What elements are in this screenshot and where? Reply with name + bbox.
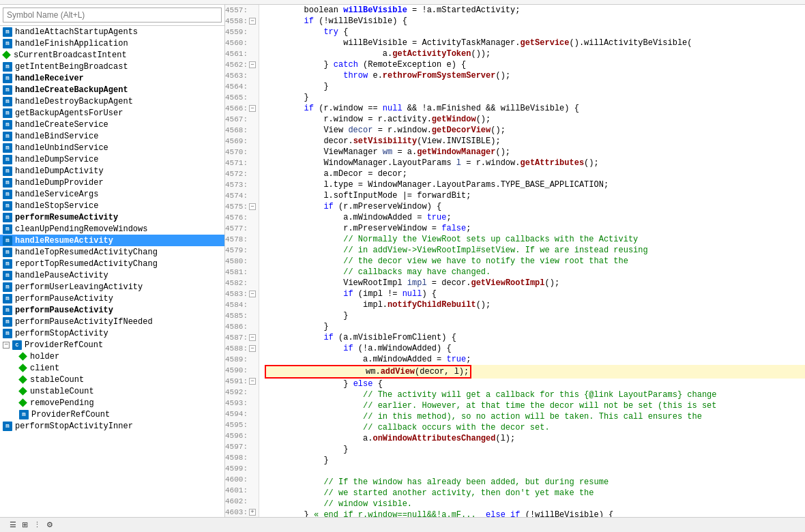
code-token: } <box>265 81 329 92</box>
line-number-cell: 4589: <box>225 354 259 365</box>
fold-collapse-btn[interactable]: − <box>249 291 256 297</box>
symbol-icon: m <box>3 236 12 246</box>
symbol-item[interactable]: mreportTopResumedActivityChang <box>0 258 224 269</box>
code-line: if (!willBeVisible) { <box>265 16 805 27</box>
symbol-item[interactable]: holder <box>0 351 224 362</box>
diamond-icon <box>18 352 27 361</box>
code-token: (impl != <box>353 289 402 299</box>
code-line: // in this method), so no action will be… <box>265 411 805 422</box>
code-line: a.mWindowAdded = true; <box>265 212 805 223</box>
symbol-item[interactable]: mperformStopActivity <box>0 327 224 339</box>
line-number-cell: 4593: <box>225 398 259 409</box>
symbol-item[interactable]: mhandleUnbindService <box>0 142 224 153</box>
symbol-label: getIntentBeingBroadcast <box>15 62 128 72</box>
expand-icon[interactable]: − <box>3 342 10 349</box>
code-token: // in this method), so no action will be… <box>265 411 702 422</box>
symbol-item[interactable]: stableCount <box>0 374 224 385</box>
diamond-icon <box>18 387 27 396</box>
symbol-item[interactable]: mhandleResumeActivity <box>0 235 224 246</box>
symbol-label: handleDumpProvider <box>15 178 104 188</box>
fold-expand-btn[interactable]: + <box>249 509 256 516</box>
line-number-cell: 4572: <box>225 168 259 179</box>
symbol-item[interactable]: −CProviderRefCount <box>0 339 224 351</box>
code-token: ViewRootImpl <box>265 278 407 289</box>
symbol-item[interactable]: mcleanUpPendingRemoveWindows <box>0 223 224 235</box>
symbol-item[interactable]: mperformResumeActivity <box>0 211 224 223</box>
fold-collapse-btn[interactable]: − <box>249 334 256 341</box>
symbol-item[interactable]: mhandleDumpService <box>0 153 224 165</box>
settings-icon[interactable]: ⚙ <box>46 520 53 529</box>
code-token <box>265 201 323 212</box>
symbol-item[interactable]: mhandleFinishApplication <box>0 38 224 49</box>
symbol-item[interactable]: mhandleCreateService <box>0 119 224 130</box>
line-number-cell: 4585: <box>225 310 259 321</box>
fold-collapse-btn[interactable]: − <box>249 345 256 352</box>
symbol-icon: m <box>3 271 12 280</box>
code-line: } <box>265 92 805 103</box>
code-token: ; <box>466 354 471 365</box>
symbol-item[interactable]: mhandleAttachStartupAgents <box>0 26 224 38</box>
line-number: 4592: <box>225 387 248 398</box>
code-content[interactable]: boolean willBeVisible = !a.mStartedActiv… <box>259 5 805 517</box>
symbol-item[interactable]: mProviderRefCount <box>0 409 224 420</box>
symbol-item[interactable]: mhandleDumpProvider <box>0 177 224 188</box>
hierarchy-icon[interactable]: ⋮ <box>33 520 41 529</box>
line-number-cell: 4564: <box>225 81 259 92</box>
symbol-icon: m <box>3 213 12 222</box>
code-line: a.mDecor = decor; <box>265 168 805 179</box>
symbol-item[interactable]: mperformPauseActivityIfNeeded <box>0 316 224 327</box>
line-numbers: 4557:4558:−4559:4560:4561:4562:−4563:456… <box>225 5 259 517</box>
search-input[interactable] <box>3 8 222 23</box>
symbol-item[interactable]: mhandleServiceArgs <box>0 188 224 200</box>
symbol-label: client <box>30 364 59 373</box>
symbol-item[interactable]: removePending <box>0 397 224 409</box>
code-token: willBeVisible <box>343 5 407 16</box>
line-number: 4579: <box>225 245 248 256</box>
symbol-item[interactable]: mperformUserLeavingActivity <box>0 281 224 293</box>
code-token: View <box>265 125 348 136</box>
symbol-item[interactable]: unstableCount <box>0 385 224 397</box>
symbol-item[interactable]: mperformPauseActivity <box>0 293 224 304</box>
line-number-cell: 4591:− <box>225 376 259 387</box>
line-number-cell: 4568: <box>225 125 259 136</box>
symbol-icon: m <box>3 166 12 176</box>
symbol-item[interactable]: mhandleStopService <box>0 200 224 211</box>
symbol-item[interactable]: mhandleBindService <box>0 130 224 142</box>
symbol-item[interactable]: mperformStopActivityInner <box>0 420 224 432</box>
code-token: // we started another activity, then don… <box>265 488 594 499</box>
line-number-cell: 4576: <box>225 212 259 223</box>
fold-collapse-btn[interactable]: − <box>249 203 256 210</box>
line-number-cell: 4601: <box>225 485 259 496</box>
symbol-icon: m <box>3 62 12 72</box>
fold-collapse-btn[interactable]: − <box>249 378 256 385</box>
symbol-item[interactable]: client <box>0 362 224 374</box>
symbol-item[interactable]: mgetIntentBeingBroadcast <box>0 61 224 72</box>
symbol-item[interactable]: mhandlePauseActivity <box>0 269 224 281</box>
symbol-item[interactable]: mhandleDumpActivity <box>0 165 224 177</box>
code-token: } <box>265 509 314 517</box>
fold-collapse-btn[interactable]: − <box>249 18 256 25</box>
symbol-label: handleDumpService <box>15 155 98 164</box>
code-line: // Normally the ViewRoot sets up callbac… <box>265 234 805 245</box>
symbol-item[interactable]: mgetBackupAgentsForUser <box>0 107 224 119</box>
line-number: 4571: <box>225 158 248 168</box>
symbol-item[interactable]: mperformPauseActivity <box>0 304 224 316</box>
symbol-item[interactable]: mhandleDestroyBackupAgent <box>0 95 224 107</box>
symbol-item[interactable]: sCurrentBroadcastIntent <box>0 49 224 61</box>
code-token: getViewRootImpl <box>471 278 544 289</box>
line-number: 4560: <box>225 38 248 48</box>
fold-collapse-btn[interactable]: − <box>249 105 256 112</box>
symbol-item[interactable]: mhandleCreateBackupAgent <box>0 84 224 95</box>
line-number: 4559: <box>225 27 248 38</box>
line-number: 4577: <box>225 223 248 234</box>
symbol-item[interactable]: mhandleReceiver <box>0 72 224 84</box>
symbol-item[interactable]: mhandleTopResumedActivityChang <box>0 246 224 258</box>
code-line: // callback occurs with the decor set. <box>265 422 805 433</box>
code-line: a.onWindowAttributesChanged(l); <box>265 433 805 444</box>
symbol-list[interactable]: mhandleAttachStartupAgentsmhandleFinishA… <box>0 26 224 517</box>
filter-icon[interactable]: ⊞ <box>22 520 28 529</box>
line-number: 4599: <box>225 463 248 474</box>
list-icon[interactable]: ☰ <box>10 520 16 529</box>
fold-collapse-btn[interactable]: − <box>249 61 256 68</box>
symbol-icon: m <box>3 317 12 327</box>
